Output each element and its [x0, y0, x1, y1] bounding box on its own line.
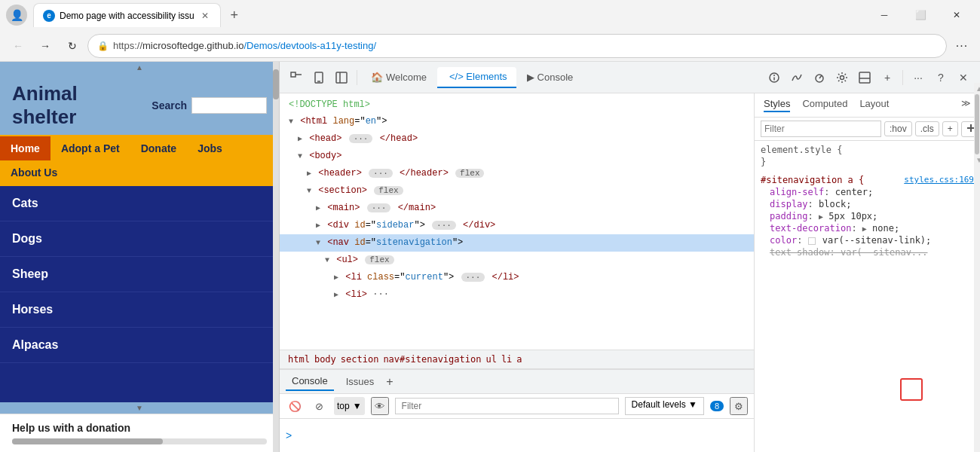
device-toolbar-button[interactable]: [308, 67, 329, 88]
display-prop: display: block;: [761, 198, 974, 210]
forward-button[interactable]: →: [33, 34, 57, 58]
address-bar[interactable]: 🔒 https://microsoftedge.github.io/Demos/…: [87, 34, 947, 58]
nav-item-about[interactable]: About Us: [0, 160, 68, 185]
more-button[interactable]: ···: [950, 34, 974, 58]
nav-item-jobs[interactable]: Jobs: [187, 136, 233, 160]
console-filter-input[interactable]: [395, 398, 619, 414]
issues-icon[interactable]: [764, 67, 785, 88]
toggle-panel-button[interactable]: [854, 67, 875, 88]
expand-icon[interactable]: ▶: [316, 204, 320, 212]
animal-item-dogs[interactable]: Dogs: [0, 221, 279, 257]
main-element[interactable]: ▶ <main> ··· </main>: [280, 200, 754, 217]
bc-html[interactable]: html: [286, 354, 312, 365]
text-decoration-expand[interactable]: ▶: [862, 224, 867, 233]
inspect-element-button[interactable]: [286, 67, 307, 88]
bc-ul[interactable]: ul: [483, 354, 498, 365]
expand-icon[interactable]: ▶: [334, 291, 338, 299]
nav-item-donate[interactable]: Donate: [130, 136, 187, 160]
html-element[interactable]: ▼ <html lang="en">: [280, 113, 754, 130]
tab-elements[interactable]: </> Elements: [437, 67, 516, 88]
hov-button[interactable]: :hov: [884, 121, 912, 136]
sidebar-toggle-button[interactable]: [331, 67, 352, 88]
tab-close-button[interactable]: ✕: [199, 10, 211, 22]
nav-item-home[interactable]: Home: [0, 136, 51, 160]
body-element[interactable]: ▼ <body>: [280, 148, 754, 165]
animal-item-horses[interactable]: Horses: [0, 292, 279, 328]
li-current[interactable]: ▶ <li class="current"> ··· </li>: [280, 269, 754, 286]
console-tab[interactable]: Console: [286, 372, 334, 391]
scroll-down-arrow[interactable]: ▼: [0, 402, 279, 414]
eye-button[interactable]: 👁: [371, 397, 389, 415]
minimize-button[interactable]: ─: [867, 3, 902, 27]
performance-icon[interactable]: [809, 67, 830, 88]
expand-icon[interactable]: ▶: [316, 221, 320, 230]
expand-icon[interactable]: ▼: [289, 118, 293, 126]
bc-nav[interactable]: nav#sitenavigation: [381, 354, 483, 365]
close-devtools-button[interactable]: ✕: [953, 67, 974, 88]
expand-icon[interactable]: ▶: [334, 273, 338, 282]
li-second[interactable]: ▶ <li> ···: [280, 286, 754, 304]
issues-tab[interactable]: Issues: [340, 373, 381, 390]
settings-icon[interactable]: [831, 67, 853, 88]
active-tab[interactable]: Demo page with accessibility issu ✕: [33, 3, 221, 27]
expand-icon[interactable]: ▶: [307, 170, 311, 178]
layout-tab[interactable]: Layout: [859, 98, 889, 112]
color-swatch[interactable]: [808, 237, 816, 245]
help-button[interactable]: ?: [930, 67, 951, 88]
more-options-button[interactable]: ···: [908, 67, 929, 88]
cls-button[interactable]: .cls: [915, 121, 939, 136]
animal-item-cats[interactable]: Cats: [0, 186, 279, 221]
level-select[interactable]: Default levels ▼: [625, 397, 704, 415]
elements-tree[interactable]: <!DOCTYPE html> ▼ <html lang="en"> ▶ <he…: [280, 93, 754, 350]
expand-icon[interactable]: ▼: [325, 256, 329, 264]
animal-item-alpacas[interactable]: Alpacas: [0, 328, 279, 363]
nav-element[interactable]: ▼ <nav id="sitenavigation">: [280, 234, 754, 252]
section-element[interactable]: ▼ <section> flex: [280, 182, 754, 200]
ul-element[interactable]: ▼ <ul> flex: [280, 252, 754, 269]
styles-link[interactable]: styles.css:169: [904, 175, 974, 185]
html-doctype[interactable]: <!DOCTYPE html>: [280, 96, 754, 113]
profile-icon[interactable]: 👤: [6, 5, 27, 26]
new-tab-button[interactable]: +: [224, 5, 245, 26]
expand-icon[interactable]: ▶: [298, 135, 302, 143]
styles-scrollbar[interactable]: ▲ ▼: [974, 93, 980, 452]
padding-expand[interactable]: ▶: [819, 212, 823, 221]
refresh-button[interactable]: ↻: [60, 34, 84, 58]
scroll-track[interactable]: [273, 62, 279, 452]
search-input[interactable]: [191, 97, 267, 114]
styles-tab[interactable]: Styles: [764, 98, 790, 112]
tab-welcome[interactable]: 🏠 Welcome: [362, 67, 436, 88]
footer-scrollbar[interactable]: [12, 438, 267, 444]
close-button[interactable]: ✕: [939, 3, 974, 27]
padding-prop: padding: ▶ 5px 10px;: [761, 210, 974, 222]
expand-icon[interactable]: ▼: [316, 239, 320, 247]
expand-icon[interactable]: ▼: [298, 152, 302, 160]
expand-icon[interactable]: ▼: [307, 187, 311, 195]
add-style-button[interactable]: +: [942, 121, 958, 136]
back-button[interactable]: ←: [6, 34, 30, 58]
bc-li[interactable]: li: [499, 354, 514, 365]
clear-console-button[interactable]: 🚫: [286, 397, 304, 415]
head-element[interactable]: ▶ <head> ··· </head>: [280, 130, 754, 148]
element-style-rule: element.style { }: [761, 144, 974, 168]
styles-more[interactable]: ≫: [961, 98, 971, 112]
tab-console[interactable]: ▶ Console: [518, 67, 583, 88]
styles-filter-input[interactable]: [761, 121, 881, 137]
add-console-tab[interactable]: +: [386, 375, 393, 389]
animal-item-sheep[interactable]: Sheep: [0, 257, 279, 292]
computed-tab[interactable]: Computed: [802, 98, 847, 112]
network-icon[interactable]: [786, 67, 807, 88]
context-select[interactable]: top ▼: [334, 397, 365, 415]
bc-section[interactable]: section: [338, 354, 381, 365]
bc-body[interactable]: body: [312, 354, 338, 365]
add-panel-button[interactable]: +: [877, 67, 898, 88]
div-sidebar[interactable]: ▶ <div id="sidebar"> ··· </div>: [280, 217, 754, 234]
nav-item-adopt[interactable]: Adopt a Pet: [51, 136, 130, 160]
stop-button[interactable]: ⊘: [310, 397, 328, 415]
console-settings-button[interactable]: ⚙: [730, 397, 748, 415]
bc-a[interactable]: a: [514, 354, 524, 365]
restore-button[interactable]: ⬜: [903, 3, 938, 27]
scroll-up-arrow[interactable]: ▲: [0, 62, 279, 73]
header-element[interactable]: ▶ <header> ··· </header> flex: [280, 165, 754, 182]
scroll-down-arrow-styles[interactable]: ▼: [974, 154, 980, 166]
